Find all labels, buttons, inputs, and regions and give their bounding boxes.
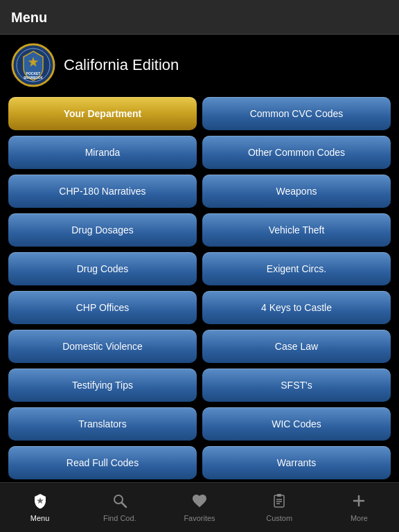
clipboard-icon xyxy=(271,493,287,512)
header-title: Menu xyxy=(11,10,47,25)
tab-more-label: More xyxy=(351,514,368,522)
vehicle-theft-button[interactable]: Vehicle Theft xyxy=(202,213,391,247)
common-cvc-codes-button[interactable]: Common CVC Codes xyxy=(202,97,391,130)
tab-find-code-label: Find Cod. xyxy=(103,514,136,522)
tab-menu-label: Menu xyxy=(30,514,50,522)
svg-text:POCKET: POCKET xyxy=(26,71,41,76)
drug-codes-button[interactable]: Drug Codes xyxy=(8,252,197,285)
wic-codes-button[interactable]: WIC Codes xyxy=(202,407,391,441)
plus-icon xyxy=(351,493,367,512)
app-logo: POCKET BRAINBOOK xyxy=(11,43,55,87)
other-common-codes-button[interactable]: Other Common Codes xyxy=(202,136,391,169)
tab-custom[interactable]: Custom xyxy=(240,483,319,532)
read-full-codes-button[interactable]: Read Full Codes xyxy=(8,446,197,479)
search-icon xyxy=(112,493,128,512)
4-keys-to-castle-button[interactable]: 4 Keys to Castle xyxy=(202,291,391,324)
drug-dosages-button[interactable]: Drug Dosages xyxy=(8,213,197,247)
svg-text:BRAINBOOK: BRAINBOOK xyxy=(24,76,43,80)
menu-icon xyxy=(32,493,48,512)
heart-icon xyxy=(191,493,208,512)
header: Menu xyxy=(0,0,399,35)
tab-find-code[interactable]: Find Cod. xyxy=(80,483,159,532)
chp-offices-button[interactable]: CHP Offices xyxy=(8,291,197,324)
tab-menu[interactable]: Menu xyxy=(0,483,80,532)
menu-grid-container[interactable]: Your Department Common CVC Codes Miranda… xyxy=(0,93,399,482)
app-title: California Edition xyxy=(64,56,179,74)
chp-180-narratives-button[interactable]: CHP-180 Narratives xyxy=(8,175,197,208)
domestic-violence-button[interactable]: Domestic Violence xyxy=(8,330,197,363)
case-law-button[interactable]: Case Law xyxy=(202,330,391,363)
translators-button[interactable]: Translators xyxy=(8,407,197,441)
menu-grid: Your Department Common CVC Codes Miranda… xyxy=(8,97,391,479)
tab-more[interactable]: More xyxy=(319,483,399,532)
svg-line-7 xyxy=(122,503,126,507)
your-department-button[interactable]: Your Department xyxy=(8,97,197,130)
tab-custom-label: Custom xyxy=(266,514,292,522)
tab-bar: Menu Find Cod. Favorites xyxy=(0,482,399,532)
sfsts-button[interactable]: SFST's xyxy=(202,369,391,402)
weapons-button[interactable]: Weapons xyxy=(202,175,391,208)
tab-favorites[interactable]: Favorites xyxy=(159,483,239,532)
testifying-tips-button[interactable]: Testifying Tips xyxy=(8,369,197,402)
miranda-button[interactable]: Miranda xyxy=(8,136,197,169)
svg-rect-9 xyxy=(277,494,281,497)
branding-row: POCKET BRAINBOOK California Edition xyxy=(0,35,399,93)
tab-favorites-label: Favorites xyxy=(184,514,215,522)
warrants-button[interactable]: Warrants xyxy=(202,446,391,479)
exigent-circs-button[interactable]: Exigent Circs. xyxy=(202,252,391,285)
